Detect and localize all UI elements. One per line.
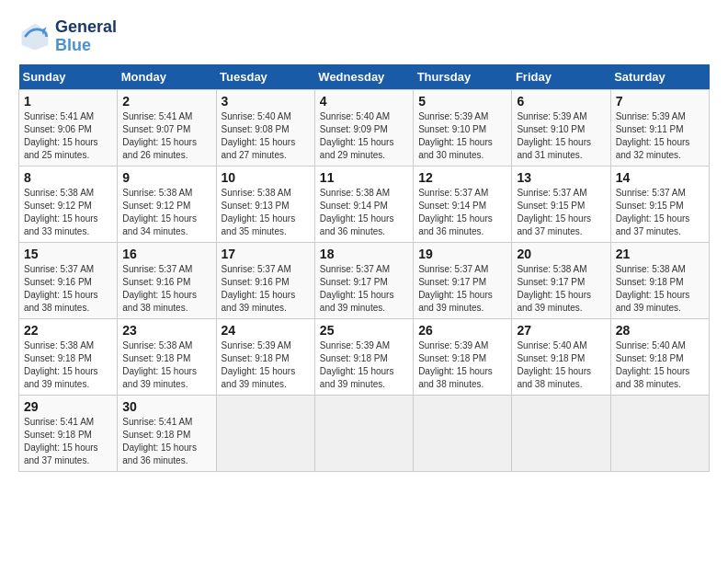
day-info: Sunrise: 5:38 AMSunset: 9:18 PMDaylight:… xyxy=(122,339,210,391)
day-number: 1 xyxy=(24,94,112,109)
calendar-cell: 7 Sunrise: 5:39 AMSunset: 9:11 PMDayligh… xyxy=(610,89,709,166)
logo-text: General Blue xyxy=(55,18,117,55)
day-info: Sunrise: 5:38 AMSunset: 9:14 PMDaylight:… xyxy=(320,187,408,238)
calendar-week-4: 22 Sunrise: 5:38 AMSunset: 9:18 PMDaylig… xyxy=(19,318,710,395)
day-info: Sunrise: 5:37 AMSunset: 9:17 PMDaylight:… xyxy=(418,263,506,315)
calendar-cell: 19 Sunrise: 5:37 AMSunset: 9:17 PMDaylig… xyxy=(414,242,512,318)
calendar-table: SundayMondayTuesdayWednesdayThursdayFrid… xyxy=(18,64,710,472)
calendar-cell: 14 Sunrise: 5:37 AMSunset: 9:15 PMDaylig… xyxy=(610,166,709,242)
calendar-cell: 5 Sunrise: 5:39 AMSunset: 9:10 PMDayligh… xyxy=(414,89,512,166)
calendar-cell: 24 Sunrise: 5:39 AMSunset: 9:18 PMDaylig… xyxy=(216,318,314,395)
day-number: 12 xyxy=(418,170,506,185)
day-info: Sunrise: 5:38 AMSunset: 9:18 PMDaylight:… xyxy=(616,263,704,315)
calendar-cell: 2 Sunrise: 5:41 AMSunset: 9:07 PMDayligh… xyxy=(118,89,216,166)
calendar-cell xyxy=(216,395,314,471)
calendar-cell: 27 Sunrise: 5:40 AMSunset: 9:18 PMDaylig… xyxy=(512,318,610,395)
day-number: 11 xyxy=(320,170,408,185)
day-info: Sunrise: 5:41 AMSunset: 9:06 PMDaylight:… xyxy=(24,110,112,162)
day-info: Sunrise: 5:38 AMSunset: 9:18 PMDaylight:… xyxy=(24,339,112,391)
day-info: Sunrise: 5:37 AMSunset: 9:17 PMDaylight:… xyxy=(320,263,408,315)
calendar-cell: 13 Sunrise: 5:37 AMSunset: 9:15 PMDaylig… xyxy=(512,166,610,242)
day-header-friday: Friday xyxy=(512,64,610,90)
calendar-cell: 9 Sunrise: 5:38 AMSunset: 9:12 PMDayligh… xyxy=(118,166,216,242)
calendar-cell: 10 Sunrise: 5:38 AMSunset: 9:13 PMDaylig… xyxy=(216,166,314,242)
day-info: Sunrise: 5:37 AMSunset: 9:16 PMDaylight:… xyxy=(24,263,112,315)
day-number: 27 xyxy=(517,323,605,338)
calendar-cell xyxy=(314,395,413,471)
day-number: 6 xyxy=(517,94,605,109)
calendar-week-1: 1 Sunrise: 5:41 AMSunset: 9:06 PMDayligh… xyxy=(19,89,710,166)
day-info: Sunrise: 5:37 AMSunset: 9:15 PMDaylight:… xyxy=(616,187,704,238)
calendar-cell: 29 Sunrise: 5:41 AMSunset: 9:18 PMDaylig… xyxy=(19,395,118,471)
day-number: 14 xyxy=(616,170,704,185)
day-number: 21 xyxy=(616,247,704,261)
day-info: Sunrise: 5:38 AMSunset: 9:17 PMDaylight:… xyxy=(517,263,605,315)
day-info: Sunrise: 5:37 AMSunset: 9:16 PMDaylight:… xyxy=(122,263,210,315)
calendar-cell: 3 Sunrise: 5:40 AMSunset: 9:08 PMDayligh… xyxy=(216,89,314,166)
day-number: 26 xyxy=(418,323,506,338)
calendar-cell: 4 Sunrise: 5:40 AMSunset: 9:09 PMDayligh… xyxy=(314,89,413,166)
day-info: Sunrise: 5:39 AMSunset: 9:18 PMDaylight:… xyxy=(222,339,310,391)
day-number: 10 xyxy=(222,170,310,185)
day-header-tuesday: Tuesday xyxy=(216,64,314,90)
day-number: 4 xyxy=(320,94,408,109)
day-header-thursday: Thursday xyxy=(414,64,512,90)
day-info: Sunrise: 5:37 AMSunset: 9:14 PMDaylight:… xyxy=(418,187,506,238)
calendar-cell xyxy=(610,395,709,471)
day-info: Sunrise: 5:39 AMSunset: 9:10 PMDaylight:… xyxy=(418,110,506,162)
calendar-cell: 30 Sunrise: 5:41 AMSunset: 9:18 PMDaylig… xyxy=(118,395,216,471)
calendar-cell: 1 Sunrise: 5:41 AMSunset: 9:06 PMDayligh… xyxy=(19,89,118,166)
calendar-cell: 23 Sunrise: 5:38 AMSunset: 9:18 PMDaylig… xyxy=(118,318,216,395)
calendar-cell: 28 Sunrise: 5:40 AMSunset: 9:18 PMDaylig… xyxy=(610,318,709,395)
day-info: Sunrise: 5:38 AMSunset: 9:12 PMDaylight:… xyxy=(122,187,210,238)
day-number: 5 xyxy=(418,94,506,109)
day-info: Sunrise: 5:37 AMSunset: 9:15 PMDaylight:… xyxy=(517,187,605,238)
calendar-cell: 15 Sunrise: 5:37 AMSunset: 9:16 PMDaylig… xyxy=(19,242,118,318)
day-number: 17 xyxy=(222,247,310,261)
day-number: 16 xyxy=(122,247,210,261)
calendar-cell: 26 Sunrise: 5:39 AMSunset: 9:18 PMDaylig… xyxy=(414,318,512,395)
day-info: Sunrise: 5:38 AMSunset: 9:13 PMDaylight:… xyxy=(222,187,310,238)
day-info: Sunrise: 5:37 AMSunset: 9:16 PMDaylight:… xyxy=(222,263,310,315)
day-info: Sunrise: 5:40 AMSunset: 9:18 PMDaylight:… xyxy=(616,339,704,391)
day-number: 3 xyxy=(222,94,310,109)
day-number: 7 xyxy=(616,94,704,109)
day-number: 9 xyxy=(122,170,210,185)
day-info: Sunrise: 5:39 AMSunset: 9:18 PMDaylight:… xyxy=(418,339,506,391)
calendar-cell: 17 Sunrise: 5:37 AMSunset: 9:16 PMDaylig… xyxy=(216,242,314,318)
logo: General Blue xyxy=(18,18,117,55)
day-header-wednesday: Wednesday xyxy=(314,64,413,90)
day-header-sunday: Sunday xyxy=(19,64,118,90)
calendar-cell: 18 Sunrise: 5:37 AMSunset: 9:17 PMDaylig… xyxy=(314,242,413,318)
day-info: Sunrise: 5:41 AMSunset: 9:18 PMDaylight:… xyxy=(122,416,210,467)
day-info: Sunrise: 5:39 AMSunset: 9:10 PMDaylight:… xyxy=(517,110,605,162)
calendar-cell: 11 Sunrise: 5:38 AMSunset: 9:14 PMDaylig… xyxy=(314,166,413,242)
day-header-saturday: Saturday xyxy=(610,64,709,90)
calendar-cell xyxy=(512,395,610,471)
calendar-cell xyxy=(414,395,512,471)
day-info: Sunrise: 5:38 AMSunset: 9:12 PMDaylight:… xyxy=(24,187,112,238)
day-info: Sunrise: 5:39 AMSunset: 9:18 PMDaylight:… xyxy=(320,339,408,391)
day-number: 18 xyxy=(320,247,408,261)
calendar-cell: 22 Sunrise: 5:38 AMSunset: 9:18 PMDaylig… xyxy=(19,318,118,395)
day-header-monday: Monday xyxy=(118,64,216,90)
calendar-week-5: 29 Sunrise: 5:41 AMSunset: 9:18 PMDaylig… xyxy=(19,395,710,471)
day-number: 19 xyxy=(418,247,506,261)
day-number: 24 xyxy=(222,323,310,338)
day-info: Sunrise: 5:41 AMSunset: 9:18 PMDaylight:… xyxy=(24,416,112,467)
day-info: Sunrise: 5:39 AMSunset: 9:11 PMDaylight:… xyxy=(616,110,704,162)
day-number: 28 xyxy=(616,323,704,338)
day-info: Sunrise: 5:40 AMSunset: 9:09 PMDaylight:… xyxy=(320,110,408,162)
calendar-cell: 12 Sunrise: 5:37 AMSunset: 9:14 PMDaylig… xyxy=(414,166,512,242)
day-number: 23 xyxy=(122,323,210,338)
day-info: Sunrise: 5:41 AMSunset: 9:07 PMDaylight:… xyxy=(122,110,210,162)
page-header: General Blue xyxy=(18,18,710,55)
calendar-cell: 20 Sunrise: 5:38 AMSunset: 9:17 PMDaylig… xyxy=(512,242,610,318)
calendar-week-2: 8 Sunrise: 5:38 AMSunset: 9:12 PMDayligh… xyxy=(19,166,710,242)
day-number: 8 xyxy=(24,170,112,185)
logo-icon xyxy=(18,20,51,53)
day-info: Sunrise: 5:40 AMSunset: 9:18 PMDaylight:… xyxy=(517,339,605,391)
calendar-cell: 6 Sunrise: 5:39 AMSunset: 9:10 PMDayligh… xyxy=(512,89,610,166)
day-number: 29 xyxy=(24,399,112,414)
calendar-cell: 16 Sunrise: 5:37 AMSunset: 9:16 PMDaylig… xyxy=(118,242,216,318)
